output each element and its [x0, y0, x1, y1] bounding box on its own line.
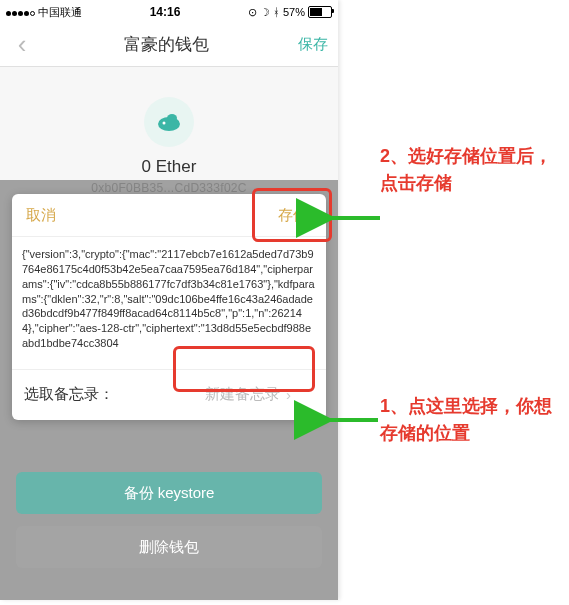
status-bar: 中国联通 14:16 ⊙ ☽ ᚼ 57% — [0, 0, 338, 22]
sheet-header: 取消 存储 — [12, 194, 326, 237]
save-button[interactable]: 保存 — [288, 35, 338, 54]
bottom-buttons: 备份 keystore 删除钱包 — [16, 472, 322, 580]
delete-wallet-button[interactable]: 删除钱包 — [16, 526, 322, 568]
backup-keystore-button[interactable]: 备份 keystore — [16, 472, 322, 514]
carrier-label: 中国联通 — [38, 5, 82, 20]
nav-bar: ‹ 富豪的钱包 保存 — [0, 22, 338, 67]
alarm-icon: ⊙ — [248, 6, 257, 19]
chevron-right-icon: › — [286, 386, 291, 403]
signal-dots-icon — [6, 6, 36, 18]
balance-label: 0 Ether — [0, 157, 338, 177]
bluetooth-icon: ᚼ — [273, 6, 280, 18]
battery-pct-label: 57% — [283, 6, 305, 18]
keystore-json-text: {"version":3,"crypto":{"mac":"2117ebcb7e… — [12, 237, 326, 369]
action-sheet: 取消 存储 {"version":3,"crypto":{"mac":"2117… — [12, 194, 326, 420]
annotation-2: 2、选好存储位置后，点击存储 — [380, 143, 569, 197]
back-button[interactable]: ‹ — [0, 22, 44, 66]
wallet-avatar-icon — [144, 97, 194, 147]
memo-row: 选取备忘录： 新建备忘录 › — [12, 369, 326, 420]
wallet-content: 0 Ether 0xb0F0BB35...CdD333f02C — [0, 67, 338, 195]
svg-point-2 — [163, 122, 166, 125]
phone-frame: 中国联通 14:16 ⊙ ☽ ᚼ 57% ‹ 富豪的钱包 保存 0 Ether … — [0, 0, 338, 600]
memo-placeholder: 新建备忘录 — [205, 385, 280, 404]
svg-point-1 — [167, 114, 177, 122]
memo-label: 选取备忘录： — [24, 385, 114, 404]
clock-label: 14:16 — [82, 5, 248, 19]
annotation-1: 1、点这里选择，你想存储的位置 — [380, 393, 569, 447]
page-title: 富豪的钱包 — [44, 33, 288, 56]
battery-icon — [308, 6, 332, 18]
cancel-button[interactable]: 取消 — [12, 206, 70, 225]
do-not-disturb-icon: ☽ — [260, 6, 270, 19]
memo-select-button[interactable]: 新建备忘录 › — [182, 378, 314, 412]
store-button[interactable]: 存储 — [260, 206, 326, 225]
